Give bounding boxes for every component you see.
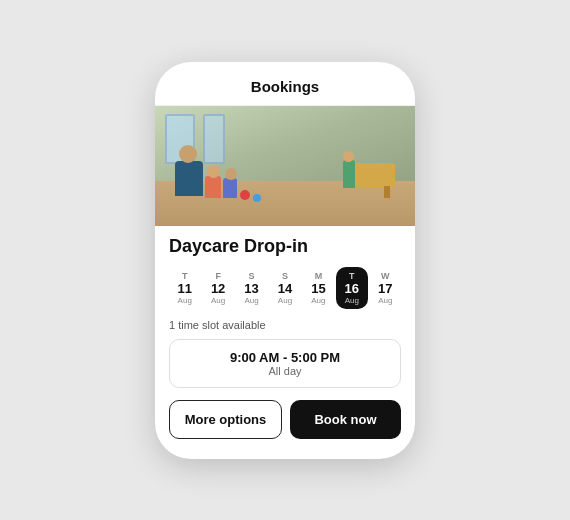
- month: Aug: [311, 296, 325, 305]
- day-letter: T: [349, 271, 355, 281]
- day-letter: T: [182, 271, 188, 281]
- day-letter: S: [282, 271, 288, 281]
- date-item-15[interactable]: M 15 Aug: [303, 267, 334, 309]
- month: Aug: [211, 296, 225, 305]
- day-letter: W: [381, 271, 390, 281]
- date-item-13[interactable]: S 13 Aug: [236, 267, 267, 309]
- month: Aug: [244, 296, 258, 305]
- day-num: 12: [211, 281, 225, 296]
- day-num: 14: [278, 281, 292, 296]
- day-num: 16: [345, 281, 359, 296]
- month: Aug: [378, 296, 392, 305]
- date-item-17[interactable]: W 17 Aug: [370, 267, 401, 309]
- time-range: 9:00 AM - 5:00 PM: [180, 350, 390, 365]
- day-num: 13: [244, 281, 258, 296]
- day-letter: M: [315, 271, 323, 281]
- slots-label: 1 time slot available: [169, 319, 401, 331]
- phone-frame: Bookings Daycare Drop-in T 11 Aug F: [155, 62, 415, 459]
- date-item-12[interactable]: F 12 Aug: [202, 267, 233, 309]
- page-title: Bookings: [251, 78, 319, 95]
- day-num: 11: [177, 281, 191, 296]
- book-now-button[interactable]: Book now: [290, 400, 401, 439]
- month: Aug: [178, 296, 192, 305]
- page-header: Bookings: [155, 62, 415, 106]
- date-item-16[interactable]: T 16 Aug: [336, 267, 367, 309]
- time-slot[interactable]: 9:00 AM - 5:00 PM All day: [169, 339, 401, 388]
- month: Aug: [345, 296, 359, 305]
- event-content: Daycare Drop-in T 11 Aug F 12 Aug S 13 A…: [155, 226, 415, 439]
- action-buttons: More options Book now: [169, 400, 401, 439]
- month: Aug: [278, 296, 292, 305]
- more-options-button[interactable]: More options: [169, 400, 282, 439]
- day-num: 17: [378, 281, 392, 296]
- day-letter: F: [215, 271, 221, 281]
- day-num: 15: [311, 281, 325, 296]
- event-image: [155, 106, 415, 226]
- date-strip: T 11 Aug F 12 Aug S 13 Aug S 14 Aug M 15: [169, 267, 401, 309]
- date-item-14[interactable]: S 14 Aug: [269, 267, 300, 309]
- event-title: Daycare Drop-in: [169, 236, 401, 257]
- all-day-label: All day: [180, 365, 390, 377]
- day-letter: S: [249, 271, 255, 281]
- date-item-11[interactable]: T 11 Aug: [169, 267, 200, 309]
